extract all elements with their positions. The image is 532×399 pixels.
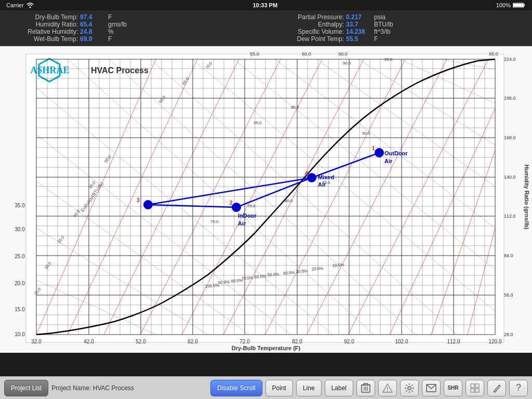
svg-rect-2 xyxy=(524,4,525,6)
svg-text:102.0: 102.0 xyxy=(395,339,408,344)
svg-text:80.0: 80.0 xyxy=(285,198,293,203)
point-outdoor-air[interactable] xyxy=(375,148,384,157)
humidity-ratio-unit: grns/lb xyxy=(108,21,127,28)
svg-text:120.0: 120.0 xyxy=(488,339,501,344)
battery-text: 100% xyxy=(496,2,511,8)
svg-text:10.0: 10.0 xyxy=(15,331,25,337)
humidity-ratio-row: Humidity Ratio: 65.4 grns/lb xyxy=(10,21,256,28)
svg-text:90.0: 90.0 xyxy=(362,131,370,136)
svg-text:95.0: 95.0 xyxy=(384,57,393,62)
chart-area[interactable]: ASHRAE HVAC Process // Rendered via JS b… xyxy=(0,46,532,353)
svg-text:90.0: 90.0 xyxy=(343,61,351,65)
svg-text:4: 4 xyxy=(305,170,308,176)
svg-text:56.0: 56.0 xyxy=(504,292,513,298)
svg-text:Air: Air xyxy=(384,158,393,164)
warning-icon xyxy=(382,383,393,393)
svg-text:84.0: 84.0 xyxy=(504,253,513,258)
svg-text:Air: Air xyxy=(238,220,246,227)
partial-pressure-row: Partial Pressure: 0.217 psia xyxy=(276,14,522,21)
battery-info: 100% xyxy=(496,2,526,8)
svg-text:15.0: 15.0 xyxy=(15,307,25,312)
svg-text:60.0: 60.0 xyxy=(291,105,299,110)
svg-text:196.0: 196.0 xyxy=(504,96,516,101)
wet-bulb-value: 69.9 xyxy=(80,35,106,43)
status-bar: Carrier 10:33 PM 100% xyxy=(0,0,532,10)
svg-text:3: 3 xyxy=(137,197,140,203)
svg-text:55.0: 55.0 xyxy=(254,121,262,125)
dry-bulb-row: Dry-Bulb Temp: 97.4 F xyxy=(10,14,256,21)
label-mixed-air: Mixed xyxy=(318,174,334,180)
psychrometric-chart[interactable]: ASHRAE HVAC Process // Rendered via JS b… xyxy=(0,46,532,353)
svg-text:60.0: 60.0 xyxy=(302,51,311,57)
dew-point-unit: F xyxy=(374,35,378,43)
svg-text:95.0: 95.0 xyxy=(489,51,498,57)
partial-pressure-unit: psia xyxy=(374,14,385,21)
project-list-button[interactable]: Project List xyxy=(4,380,48,396)
disable-scroll-button[interactable]: Disable Scroll xyxy=(210,380,262,396)
gear-icon xyxy=(404,383,415,393)
svg-text:62.0: 62.0 xyxy=(188,339,198,344)
settings-button[interactable] xyxy=(400,380,419,396)
project-name: Project Name: HVAC Process xyxy=(51,384,207,392)
label-indoor-air: InDoor xyxy=(238,212,257,219)
email-button[interactable] xyxy=(422,380,441,396)
point-mixed-air[interactable] xyxy=(307,173,316,182)
svg-point-188 xyxy=(408,387,411,390)
pen-button[interactable] xyxy=(487,380,506,396)
svg-rect-191 xyxy=(475,384,479,388)
toolbar: Project List Project Name: HVAC Process … xyxy=(0,376,532,399)
warning-button[interactable] xyxy=(378,380,397,396)
delete-button[interactable] xyxy=(356,380,375,396)
svg-text:32.0: 32.0 xyxy=(31,339,42,344)
dry-bulb-label: Dry-Bulb Temp: xyxy=(10,14,78,21)
data-header: Dry-Bulb Temp: 97.4 F Humidity Ratio: 65… xyxy=(0,10,532,46)
point-3[interactable] xyxy=(143,200,153,209)
svg-rect-192 xyxy=(471,389,474,392)
rh-value: 24.8 xyxy=(80,28,106,35)
dew-point-value: 55.5 xyxy=(346,35,372,43)
specific-volume-label: Specific Volume: xyxy=(276,28,344,35)
point-button[interactable]: Point xyxy=(265,380,293,396)
svg-text:92.0: 92.0 xyxy=(344,339,354,344)
line-button[interactable]: Line xyxy=(296,380,322,396)
svg-text:112.0: 112.0 xyxy=(447,339,460,344)
enthalpy-row: Enthalpy: 33.7 BTU/lb xyxy=(276,21,522,28)
label-button[interactable]: Label xyxy=(325,380,353,396)
shr-button[interactable]: SHR xyxy=(444,380,462,396)
rh-unit: % xyxy=(108,28,114,35)
help-button[interactable]: ? xyxy=(509,380,528,396)
svg-text:Air: Air xyxy=(318,181,326,188)
label-outdoor-air: OutDoor xyxy=(384,150,408,156)
wet-bulb-label: Wet-Bulb Temp: xyxy=(10,35,78,43)
svg-text:25.0: 25.0 xyxy=(15,254,25,259)
email-icon xyxy=(426,384,436,392)
wet-bulb-unit: F xyxy=(108,35,112,43)
humidity-ratio-label: Humidity Ratio: xyxy=(10,21,78,28)
point-indoor-air[interactable] xyxy=(232,203,241,212)
svg-rect-5 xyxy=(26,54,504,342)
svg-text:224.0: 224.0 xyxy=(504,57,516,62)
pen-icon xyxy=(492,383,501,393)
humidity-ratio-value: 65.4 xyxy=(80,21,106,28)
specific-volume-row: Specific Volume: 14.238 ft^3/lb xyxy=(276,28,522,35)
dry-bulb-unit: F xyxy=(108,14,112,21)
svg-rect-190 xyxy=(471,384,474,388)
grid-button[interactable] xyxy=(466,380,484,396)
svg-text:28.0: 28.0 xyxy=(504,332,513,337)
svg-text:140.0: 140.0 xyxy=(504,175,516,180)
trash-icon xyxy=(361,383,370,393)
svg-rect-3 xyxy=(513,4,523,7)
dew-point-row: Dew Point Temp: 55.5 F xyxy=(276,35,522,43)
svg-text:72.0: 72.0 xyxy=(240,339,250,344)
svg-point-0 xyxy=(29,7,31,8)
dew-point-label: Dew Point Temp: xyxy=(276,35,344,43)
rh-row: Relative Humidity: 24.8 % xyxy=(10,28,256,35)
svg-text:1: 1 xyxy=(372,145,375,151)
dry-bulb-value: 97.4 xyxy=(80,14,106,21)
svg-point-187 xyxy=(387,390,388,391)
enthalpy-unit: BTU/lb xyxy=(374,21,393,28)
clock: 10:33 PM xyxy=(252,2,277,8)
rh-label: Relative Humidity: xyxy=(10,28,78,35)
partial-pressure-value: 0.217 xyxy=(346,14,372,21)
enthalpy-label: Enthalpy: xyxy=(276,21,344,28)
